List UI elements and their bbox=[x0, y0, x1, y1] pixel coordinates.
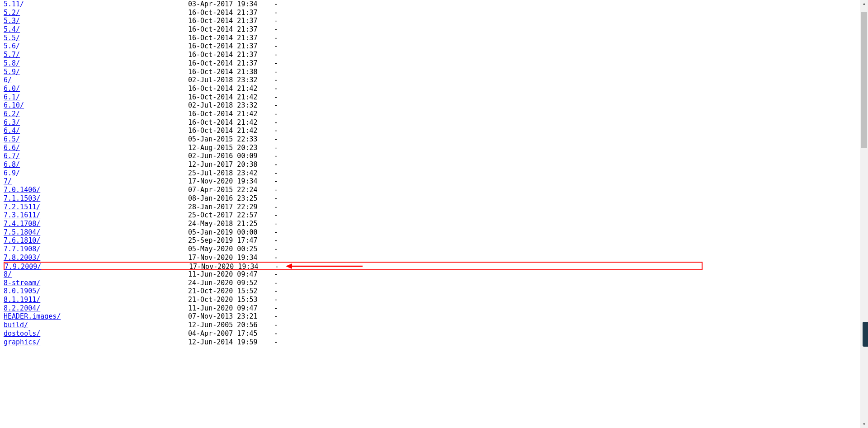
scrollbar-track[interactable] bbox=[860, 8, 868, 420]
directory-link[interactable]: 6.6/ bbox=[4, 144, 20, 152]
directory-link[interactable]: 6.10/ bbox=[4, 101, 24, 109]
row-metadata: 12-Aug-2015 20:23 - bbox=[188, 144, 278, 152]
directory-link[interactable]: 5.4/ bbox=[4, 25, 20, 33]
directory-link[interactable]: 6/ bbox=[4, 76, 12, 84]
directory-link[interactable]: 5.6/ bbox=[4, 42, 20, 50]
row-metadata: 16-Oct-2014 21:42 - bbox=[188, 110, 278, 118]
directory-link[interactable]: 7.1.1503/ bbox=[4, 194, 40, 202]
directory-link[interactable]: dostools/ bbox=[4, 329, 40, 338]
directory-link[interactable]: 5.5/ bbox=[4, 34, 20, 42]
directory-link[interactable]: build/ bbox=[4, 321, 28, 329]
directory-link[interactable]: 7.0.1406/ bbox=[4, 186, 40, 194]
directory-listing: 5.11/03-Apr-2017 19:34 -5.2/16-Oct-2014 … bbox=[0, 0, 703, 428]
row-metadata: 05-Jan-2019 00:00 - bbox=[188, 228, 278, 237]
side-tab[interactable] bbox=[863, 322, 868, 347]
directory-link[interactable]: 6.5/ bbox=[4, 135, 20, 143]
listing-row: 5.5/16-Oct-2014 21:37 - bbox=[4, 34, 703, 42]
scroll-down-arrow-icon[interactable]: ▼ bbox=[860, 420, 868, 428]
row-metadata: 12-Jun-2005 20:56 - bbox=[188, 321, 278, 329]
directory-link[interactable]: 8.0.1905/ bbox=[4, 287, 40, 295]
directory-link[interactable]: 6.9/ bbox=[4, 169, 20, 177]
directory-link[interactable]: 6.4/ bbox=[4, 127, 20, 135]
directory-link[interactable]: 5.9/ bbox=[4, 68, 20, 76]
row-metadata: 02-Jun-2016 00:09 - bbox=[188, 152, 278, 160]
row-metadata: 17-Nov-2020 19:34 - bbox=[188, 254, 278, 262]
row-metadata: 24-May-2018 21:25 - bbox=[188, 220, 278, 228]
row-metadata: 16-Oct-2014 21:37 - bbox=[188, 59, 278, 68]
directory-link[interactable]: 7.6.1810/ bbox=[4, 236, 40, 245]
row-metadata: 02-Jul-2018 23:32 - bbox=[188, 101, 278, 110]
listing-row: 7.2.1511/28-Jan-2017 22:29 - bbox=[4, 203, 703, 212]
listing-row: 8.2.2004/11-Jun-2020 09:47 - bbox=[4, 304, 703, 313]
directory-link[interactable]: 6.8/ bbox=[4, 160, 20, 169]
listing-row: 6.7/02-Jun-2016 00:09 - bbox=[4, 152, 703, 160]
listing-row: 6.1/16-Oct-2014 21:42 - bbox=[4, 93, 703, 102]
directory-link[interactable]: 8-stream/ bbox=[4, 279, 40, 287]
directory-link[interactable]: 6.0/ bbox=[4, 85, 20, 93]
listing-row: 6.9/25-Jul-2018 23:42 - bbox=[4, 169, 703, 178]
listing-row: 8.0.1905/21-Oct-2020 15:52 - bbox=[4, 287, 703, 296]
row-metadata: 05-Jan-2015 22:33 - bbox=[188, 135, 278, 144]
directory-link[interactable]: 6.3/ bbox=[4, 118, 20, 127]
row-metadata: 16-Oct-2014 21:37 - bbox=[188, 9, 278, 17]
vertical-scrollbar[interactable]: ▲ ▼ bbox=[860, 0, 868, 428]
directory-link[interactable]: 7.3.1611/ bbox=[4, 211, 40, 219]
directory-link[interactable]: 5.8/ bbox=[4, 59, 20, 67]
directory-link[interactable]: 5.3/ bbox=[4, 17, 20, 25]
row-metadata: 21-Oct-2020 15:53 - bbox=[188, 296, 278, 304]
row-metadata: 17-Nov-2020 19:34 - bbox=[188, 177, 278, 186]
row-metadata: 16-Oct-2014 21:37 - bbox=[188, 25, 278, 34]
listing-row: 6.0/16-Oct-2014 21:42 - bbox=[4, 85, 703, 93]
directory-link[interactable]: 6.7/ bbox=[4, 152, 20, 160]
listing-row: 6.5/05-Jan-2015 22:33 - bbox=[4, 135, 703, 144]
directory-link[interactable]: HEADER.images/ bbox=[4, 312, 61, 320]
row-metadata: 28-Jan-2017 22:29 - bbox=[188, 203, 278, 212]
listing-row: 7.6.1810/25-Sep-2019 17:47 - bbox=[4, 236, 703, 245]
directory-link[interactable]: 5.11/ bbox=[4, 0, 24, 8]
listing-row: 8/11-Jun-2020 09:47 - bbox=[4, 270, 703, 279]
listing-row: 6.6/12-Aug-2015 20:23 - bbox=[4, 144, 703, 152]
row-metadata: 16-Oct-2014 21:42 - bbox=[188, 85, 278, 93]
listing-row: 6.4/16-Oct-2014 21:42 - bbox=[4, 127, 703, 135]
listing-row: 5.6/16-Oct-2014 21:37 - bbox=[4, 42, 703, 51]
row-metadata: 16-Oct-2014 21:42 - bbox=[188, 93, 278, 102]
row-metadata: 11-Jun-2020 09:47 - bbox=[188, 304, 278, 313]
directory-link[interactable]: 8/ bbox=[4, 270, 12, 278]
row-metadata: 05-May-2020 00:25 - bbox=[188, 245, 278, 254]
directory-link[interactable]: graphics/ bbox=[4, 338, 40, 346]
listing-row: 5.3/16-Oct-2014 21:37 - bbox=[4, 17, 703, 25]
listing-row: 7.8.2003/17-Nov-2020 19:34 - bbox=[4, 254, 703, 262]
directory-link[interactable]: 5.2/ bbox=[4, 9, 20, 17]
listing-row: 7.5.1804/05-Jan-2019 00:00 - bbox=[4, 228, 703, 237]
row-metadata: 16-Oct-2014 21:37 - bbox=[188, 51, 278, 59]
listing-row: 6.3/16-Oct-2014 21:42 - bbox=[4, 118, 703, 127]
directory-link[interactable]: 7.9.2009/ bbox=[5, 263, 41, 271]
listing-row: 5.8/16-Oct-2014 21:37 - bbox=[4, 59, 703, 68]
directory-link[interactable]: 7.5.1804/ bbox=[4, 228, 40, 236]
listing-row: 5.11/03-Apr-2017 19:34 - bbox=[4, 0, 703, 9]
listing-row: 7.4.1708/24-May-2018 21:25 - bbox=[4, 220, 703, 228]
row-metadata: 08-Jan-2016 23:25 - bbox=[188, 194, 278, 203]
listing-row: build/12-Jun-2005 20:56 - bbox=[4, 321, 703, 329]
listing-row: 7.9.2009/17-Nov-2020 19:34 - bbox=[4, 262, 703, 270]
directory-link[interactable]: 6.2/ bbox=[4, 110, 20, 118]
directory-link[interactable]: 6.1/ bbox=[4, 93, 20, 101]
row-metadata: 07-Apr-2015 22:24 - bbox=[188, 186, 278, 194]
listing-row: dostools/04-Apr-2007 17:45 - bbox=[4, 329, 703, 338]
scroll-up-arrow-icon[interactable]: ▲ bbox=[860, 0, 868, 8]
listing-row: 5.2/16-Oct-2014 21:37 - bbox=[4, 9, 703, 17]
scrollbar-thumb[interactable] bbox=[861, 12, 867, 148]
directory-link[interactable]: 7/ bbox=[4, 177, 12, 185]
listing-row: 7.0.1406/07-Apr-2015 22:24 - bbox=[4, 186, 703, 194]
directory-link[interactable]: 7.8.2003/ bbox=[4, 254, 40, 262]
directory-link[interactable]: 8.1.1911/ bbox=[4, 296, 40, 304]
directory-link[interactable]: 7.7.1908/ bbox=[4, 245, 40, 253]
directory-link[interactable]: 8.2.2004/ bbox=[4, 304, 40, 312]
directory-link[interactable]: 7.2.1511/ bbox=[4, 203, 40, 211]
listing-row: 7.7.1908/05-May-2020 00:25 - bbox=[4, 245, 703, 254]
directory-link[interactable]: 5.7/ bbox=[4, 51, 20, 59]
directory-link[interactable]: 7.4.1708/ bbox=[4, 220, 40, 228]
row-metadata: 16-Oct-2014 21:42 - bbox=[188, 127, 278, 135]
listing-row: HEADER.images/07-Nov-2013 23:21 - bbox=[4, 312, 703, 321]
listing-row: 6.2/16-Oct-2014 21:42 - bbox=[4, 110, 703, 118]
